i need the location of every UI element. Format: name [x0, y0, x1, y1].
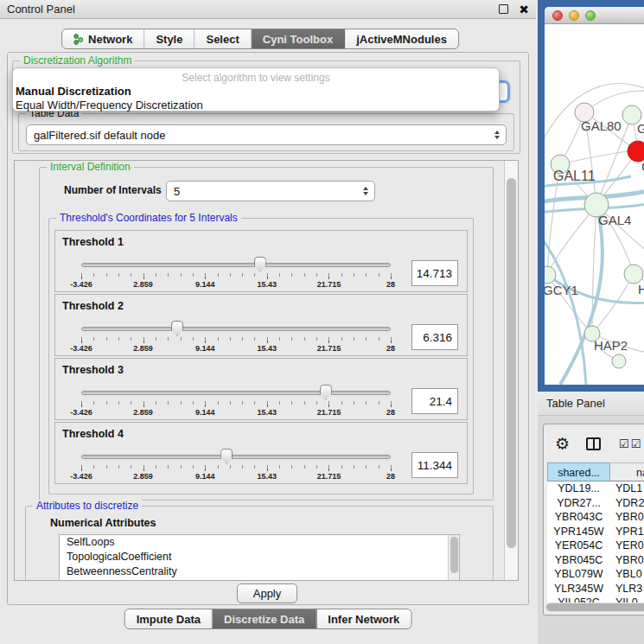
table-container: ⚙ ☑ ☑ shared... na YDL19... YDL1 YDR27..…: [543, 424, 644, 615]
tab-jactivemnodules[interactable]: jActiveMNodules: [345, 29, 458, 48]
network-window-titlebar: [545, 7, 644, 24]
slider-ticks: [81, 465, 392, 471]
network-graph: GAL80 GA C GAL11 GAL4 GCY1 H HAP2: [545, 24, 644, 385]
attributes-group: Attributes to discretize Numerical Attri…: [25, 506, 494, 581]
application-window: Control Panel ✖ Network Style Select Cyn…: [0, 0, 644, 644]
attribute-list: SelfLoops TopologicalCoefficient Between…: [60, 535, 459, 579]
tab-cyni-toolbox[interactable]: Cyni Toolbox: [252, 29, 345, 48]
slider-handle[interactable]: [220, 449, 233, 464]
threshold-panel: Threshold 2 -3.426 2.859 9.144 15.43 21.…: [54, 294, 468, 356]
tab-infer-network[interactable]: Infer Network: [316, 609, 411, 628]
threshold-value-field[interactable]: [411, 452, 458, 478]
right-pane: GAL80 GA C GAL11 GAL4 GCY1 H HAP2 Table …: [538, 0, 644, 644]
slider-track[interactable]: [81, 391, 391, 395]
threshold-slider: -3.426 2.859 9.144 15.43 21.715 28: [81, 449, 391, 481]
threshold-stack: Threshold 1 -3.426 2.859 9.144 15.43 21.…: [54, 230, 468, 486]
tab-discretize-data[interactable]: Discretize Data: [213, 609, 316, 628]
node-label: GCY1: [545, 283, 578, 297]
node-label: GAL80: [581, 118, 622, 133]
network-view-window: GAL80 GA C GAL11 GAL4 GCY1 H HAP2: [545, 7, 644, 385]
network-window-frame: GAL80 GA C GAL11 GAL4 GCY1 H HAP2: [538, 0, 644, 392]
popup-placeholder: Select algorithm to view settings: [13, 71, 499, 85]
table-header-row: shared... na: [547, 462, 644, 481]
checkbox-icon[interactable]: ☑: [619, 438, 629, 450]
node-label: GAL11: [553, 169, 596, 183]
attributes-group-title: Attributes to discretize: [33, 500, 142, 512]
network-canvas[interactable]: GAL80 GA C GAL11 GAL4 GCY1 H HAP2: [545, 24, 644, 385]
control-panel-tabs: Network Style Select Cyni Toolbox jActiv…: [61, 29, 459, 49]
column-header-name[interactable]: na: [610, 462, 644, 481]
table-row[interactable]: YBR045C YBR0: [547, 553, 644, 568]
tab-select[interactable]: Select: [194, 29, 251, 48]
slider-tick-labels: -3.426 2.859 9.144 15.43 21.715 28: [81, 408, 391, 418]
threshold-value-field[interactable]: [411, 388, 458, 414]
threshold-value-field[interactable]: [411, 324, 458, 350]
popup-option-equal-width-frequency[interactable]: Equal Width/Frequency Discretization: [13, 99, 499, 112]
attribute-list-scrollbar: [448, 535, 459, 581]
table-panel-titlebar: Table Panel: [538, 392, 644, 416]
table-data-combobox[interactable]: galFiltered.sif default node: [26, 124, 507, 145]
slider-track[interactable]: [81, 263, 391, 267]
slider-tick-labels: -3.426 2.859 9.144 15.43 21.715 28: [81, 472, 391, 481]
table-row[interactable]: YBL079W YBL0: [547, 567, 644, 582]
node-label: HAP2: [594, 338, 628, 353]
table-toolbar: ⚙ ☑ ☑: [544, 424, 644, 462]
scrollbar-thumb[interactable]: [507, 178, 516, 548]
slider-tick-labels: -3.426 2.859 9.144 15.43 21.715 28: [81, 344, 391, 354]
table-row[interactable]: YDR27... YDR2: [547, 496, 644, 511]
table-row[interactable]: YPR145W YPR1: [547, 525, 644, 539]
slider-ticks: [81, 337, 392, 343]
number-of-intervals-combobox[interactable]: 5: [166, 181, 375, 201]
table-rows: YDL19... YDL1 YDR27... YDR2 YBR043C YBR0…: [547, 481, 644, 609]
attribute-list-item[interactable]: TopologicalCoefficient: [60, 550, 459, 564]
slider-track[interactable]: [81, 455, 391, 459]
tab-impute-data[interactable]: Impute Data: [125, 609, 213, 628]
attribute-list-item[interactable]: SelfLoops: [60, 535, 459, 550]
combo-arrows-icon: [363, 187, 368, 195]
table-row[interactable]: YER054C YER0: [547, 539, 644, 553]
slider-handle[interactable]: [171, 321, 183, 336]
node-partial: [612, 354, 626, 368]
gear-icon[interactable]: ⚙: [555, 436, 570, 452]
node-label: GAL4: [598, 213, 631, 227]
threshold-value-field[interactable]: [411, 260, 458, 286]
split-columns-icon[interactable]: [586, 437, 601, 450]
slider-tick-labels: -3.426 2.859 9.144 15.43 21.715 28: [81, 280, 391, 290]
table-data-value: galFiltered.sif default node: [34, 129, 165, 142]
threshold-coordinates-title: Threshold's Coordinates for 5 Intervals: [56, 212, 241, 224]
slider-handle[interactable]: [320, 385, 332, 400]
node-label: H: [638, 282, 644, 296]
minimize-button[interactable]: [569, 10, 579, 21]
tab-network[interactable]: Network: [62, 29, 144, 48]
close-icon[interactable]: ✖: [519, 3, 529, 16]
popup-option-manual-discretization[interactable]: Manual Discretization: [13, 85, 499, 99]
scrollbar-thumb[interactable]: [546, 603, 644, 611]
node-h: [624, 265, 643, 284]
cyni-mode-tabs: Impute Data Discretize Data Infer Networ…: [124, 609, 412, 629]
control-panel: Control Panel ✖ Network Style Select Cyn…: [0, 0, 536, 644]
threshold-label: Threshold 4: [62, 428, 124, 440]
number-of-intervals-value: 5: [174, 185, 180, 198]
slider-ticks: [81, 273, 392, 279]
tab-network-label: Network: [88, 33, 132, 46]
table-row[interactable]: YBR043C YBR0: [547, 510, 644, 525]
scrollbar-thumb[interactable]: [450, 537, 458, 573]
attribute-list-item[interactable]: BetweennessCentrality: [60, 564, 459, 579]
node-label: GA: [637, 121, 644, 136]
threshold-label: Threshold 2: [62, 300, 124, 312]
table-row[interactable]: YLR345W YLR3: [547, 582, 644, 596]
close-button[interactable]: [552, 10, 563, 21]
number-of-intervals-label: Number of Intervals: [64, 184, 162, 196]
control-panel-titlebar: Control Panel ✖: [0, 0, 536, 19]
zoom-button[interactable]: [585, 10, 596, 21]
slider-handle[interactable]: [254, 257, 266, 272]
float-window-icon[interactable]: [499, 4, 508, 14]
checkbox-icon[interactable]: ☑: [631, 438, 641, 450]
apply-button[interactable]: Apply: [237, 583, 297, 603]
table-panel-body: ⚙ ☑ ☑ shared... na YDL19... YDL1 YDR27..…: [538, 416, 644, 644]
threshold-label: Threshold 3: [62, 364, 124, 376]
table-row[interactable]: YDL19... YDL1: [547, 481, 644, 496]
slider-track[interactable]: [81, 327, 391, 331]
column-header-shared-name[interactable]: shared...: [547, 462, 610, 481]
tab-style[interactable]: Style: [144, 29, 194, 48]
